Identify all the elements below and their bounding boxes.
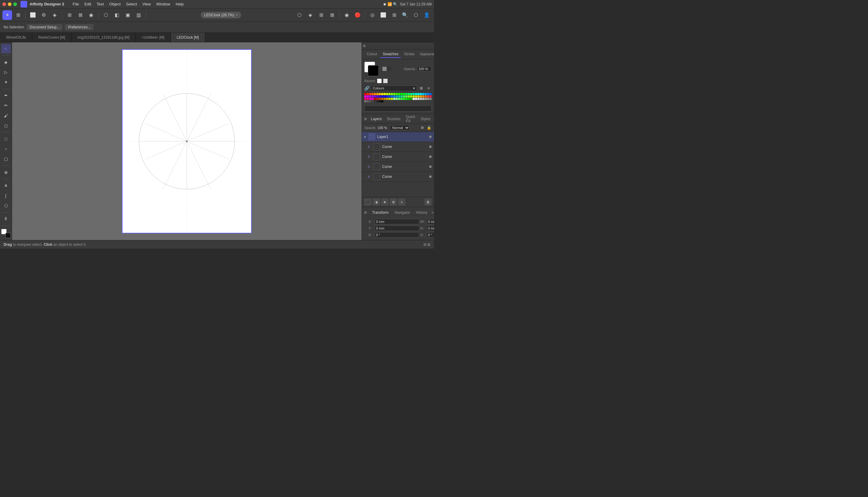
color-swatch-cell[interactable] [388,96,391,98]
swatch-grid-view[interactable]: ⊞ [418,85,424,91]
tool-transform2[interactable]: ◧ [112,10,121,20]
color-swatch-cell[interactable] [396,98,398,100]
color-swatch-cell[interactable] [401,93,403,95]
color-swatch-cell[interactable] [408,93,410,95]
tool-crop[interactable]: ⊕ [1,168,11,177]
stroke-tool[interactable] [382,67,387,71]
color-swatch-cell[interactable] [367,96,369,98]
tool-pencil[interactable]: ✏ [1,101,11,110]
swatch-list-view[interactable]: ≡ [425,85,432,91]
x-input[interactable] [375,219,419,224]
color-swatch-cell[interactable] [417,98,420,100]
tab-stroke[interactable]: Stroke [401,51,417,58]
menu-text[interactable]: Text [94,1,106,7]
color-swatch-cell[interactable] [425,96,427,98]
layer-delete[interactable]: 🗑 [424,198,432,205]
tab-colour[interactable]: Colour [364,51,380,58]
tool-point[interactable]: ✦ [1,77,11,87]
color-swatch-cell[interactable] [372,93,374,95]
swatch-search-input[interactable] [364,105,432,111]
tab-ledclock[interactable]: LEDClock [M] [171,33,205,42]
panel-collapse[interactable] [363,45,365,47]
tool-arrange1[interactable]: ⬡ [294,10,304,20]
color-swatch-cell[interactable] [369,96,371,98]
color-swatch-cell[interactable] [415,98,417,100]
layer-visibility-3[interactable] [429,166,432,168]
recent-swatch-1[interactable] [377,79,382,83]
layer-group-item[interactable]: ▾ Layer1 [362,132,434,142]
color-swatch-cell[interactable] [410,93,412,95]
tool-select[interactable]: ↖ [1,44,11,54]
tool-snapping2[interactable]: ⊠ [75,10,85,20]
layers-tab-brushes[interactable]: Brushes [385,116,403,122]
tool-node[interactable]: ◈ [1,57,11,67]
fill-tool[interactable] [387,67,391,71]
blend-mode-select[interactable]: Normal [390,125,409,130]
color-swatch-cell[interactable] [364,98,366,100]
tool-right8[interactable]: 👤 [422,10,432,20]
color-swatch-cell[interactable] [364,93,366,95]
color-swatch-cell[interactable] [386,93,388,95]
color-swatch-cell[interactable] [422,98,424,100]
layer-add-mask[interactable]: ⬛ [364,198,372,205]
tool-export[interactable]: ⬜ [28,10,38,20]
tool-right5[interactable]: ⊞ [389,10,399,20]
tab-untitled[interactable]: <Untitled> [M] [136,33,171,42]
transform-collapse[interactable] [364,211,367,214]
tool-mic[interactable]: 🎙 [1,214,11,224]
color-swatch-cell[interactable] [413,93,415,95]
tool-grid[interactable]: ⊞ [13,10,23,20]
color-swatch-cell[interactable] [393,96,395,98]
recent-swatch-2[interactable] [383,79,388,83]
tool-constraints[interactable]: ◈ [50,10,59,20]
color-swatch-cell[interactable] [410,96,412,98]
tool-transform1[interactable]: ⬡ [101,10,111,20]
color-swatch-cell[interactable] [384,96,386,98]
tab-wheeloflife[interactable]: WheelOfLife [0,33,32,42]
layer-lock-icon[interactable]: 🔒 [426,125,432,130]
layers-tab-styles[interactable]: Styles [418,116,433,122]
layer-add[interactable]: + [398,198,405,205]
layer-add-fx[interactable]: ★ [381,198,388,205]
color-swatch-cell[interactable] [369,93,371,95]
menu-select[interactable]: Select [124,1,140,7]
color-swatch-cell[interactable] [427,98,429,100]
color-swatch-cell[interactable] [372,96,374,98]
tool-pen[interactable]: ✒ [1,91,11,100]
tool-arrange3[interactable]: ⊞ [316,10,326,20]
tab-appearance[interactable]: Appearance [417,51,434,58]
menu-window[interactable]: Window [154,1,173,7]
tool-right3[interactable]: ◎ [367,10,377,20]
tool-eraser[interactable]: ◻ [1,121,11,130]
color-swatch-cell[interactable] [372,98,374,100]
doc-tab[interactable]: LEDClock (28.7%) × [201,12,242,18]
tool-fill[interactable]: ⬡ [1,201,11,210]
color-swatch-cell[interactable] [391,96,393,98]
color-swatch-cell[interactable] [413,98,415,100]
layer-group[interactable]: ⊞ [390,198,397,205]
doc-setup-button[interactable]: Document Setup... [27,24,62,30]
color-swatch-cell[interactable] [374,93,376,95]
tab-swatches[interactable]: Swatches [380,51,401,58]
tool-shape-ellipse[interactable]: ○ [1,144,11,154]
color-swatch-cell[interactable] [376,100,378,102]
layers-collapse[interactable] [364,118,367,120]
color-indicator[interactable] [1,229,11,238]
minimize-button[interactable] [8,2,12,6]
tool-text[interactable]: A [1,181,11,190]
color-swatch-cell[interactable] [384,93,386,95]
tool-snapping1[interactable]: ⊞ [64,10,74,20]
tool-right7[interactable]: ⬡ [411,10,421,20]
tool-snapping3[interactable]: ◉ [86,10,96,20]
stroke-swatch[interactable] [368,65,379,76]
color-swatch-cell[interactable] [420,98,422,100]
tool-shape-rect[interactable]: □ [1,134,11,143]
color-swatch-cell[interactable] [410,98,412,100]
color-swatch-cell[interactable] [367,100,369,102]
tool-calligraphy[interactable]: ∫ [1,191,11,200]
color-swatch-cell[interactable] [403,96,405,98]
tool-right2[interactable]: 🔴 [353,10,362,20]
color-swatch-cell[interactable] [427,96,429,98]
layer-curve-3[interactable]: K Curve [362,162,434,172]
y-input[interactable] [375,226,419,231]
